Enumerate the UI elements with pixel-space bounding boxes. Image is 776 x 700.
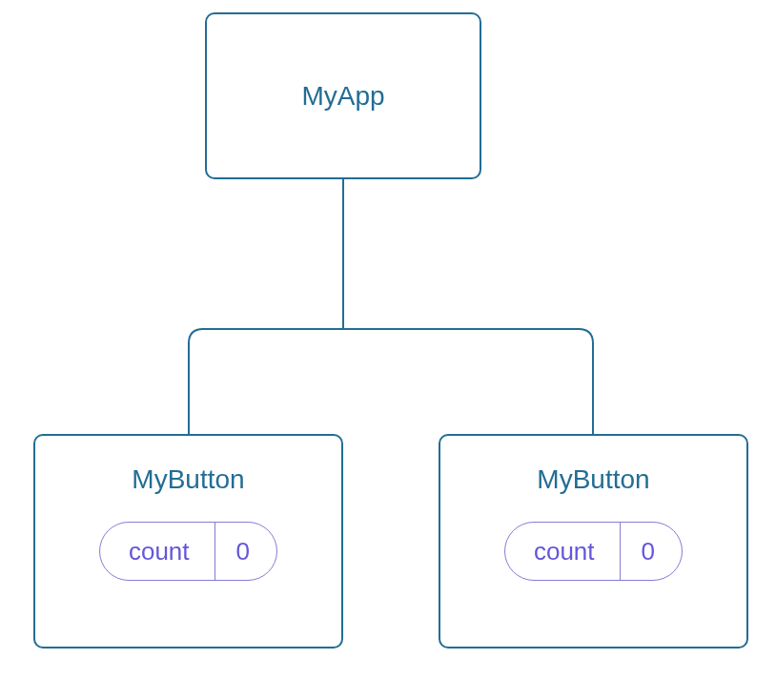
- child-component-node: MyButton count 0: [439, 434, 748, 649]
- parent-component-title: MyApp: [301, 81, 384, 112]
- parent-component-node: MyApp: [205, 12, 481, 179]
- state-value: 0: [215, 523, 276, 580]
- child-component-title: MyButton: [537, 464, 649, 495]
- child-component-node: MyButton count 0: [33, 434, 343, 649]
- component-tree-diagram: MyApp MyButton count 0 MyButton count 0: [0, 0, 776, 700]
- child-component-title: MyButton: [132, 464, 244, 495]
- state-label: count: [505, 523, 621, 580]
- state-value: 0: [621, 523, 682, 580]
- state-pill: count 0: [99, 522, 277, 581]
- state-pill: count 0: [504, 522, 683, 581]
- state-label: count: [100, 523, 215, 580]
